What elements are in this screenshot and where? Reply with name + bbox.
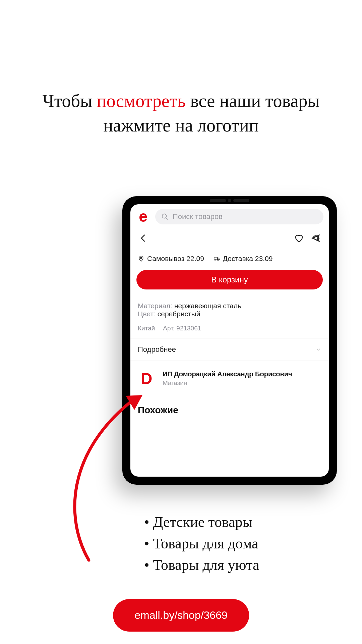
headline-part2: все наши товары (186, 91, 320, 111)
add-to-cart-button[interactable]: В корзину (136, 270, 323, 289)
pickup-info: Самовывоз 22.09 (138, 255, 204, 263)
svg-rect-3 (214, 257, 217, 260)
bullet-item: Детские товары (144, 512, 259, 533)
svg-line-1 (166, 218, 168, 220)
more-row[interactable]: Подробнее (130, 338, 329, 361)
svg-point-5 (218, 260, 219, 261)
country-text: Китай (138, 325, 155, 332)
specs-block: Материал: нержавеющая сталь Цвет: серебр… (130, 295, 329, 321)
headline-line2: нажмите на логотип (103, 115, 258, 136)
seller-logo-icon: D (138, 370, 155, 387)
favorite-button[interactable] (293, 232, 305, 244)
search-placeholder: Поиск товаров (173, 212, 223, 221)
seller-name: ИП Доморацкий Александр Борисович (163, 370, 292, 378)
search-input[interactable]: Поиск товаров (155, 209, 323, 224)
more-label: Подробнее (138, 345, 176, 354)
shipping-info: Доставка 23.09 (214, 255, 273, 263)
material-label: Материал: (138, 302, 172, 310)
article-text: Арт. 9213061 (163, 325, 201, 332)
spec-material: Материал: нержавеющая сталь (138, 302, 321, 310)
truck-icon (214, 255, 220, 262)
bullet-item: Товары для уюта (144, 554, 259, 576)
color-label: Цвет: (138, 310, 156, 318)
seller-sub: Магазин (163, 379, 292, 387)
tablet-notch (210, 199, 249, 202)
shipping-text: Доставка 23.09 (223, 255, 273, 263)
material-value: нержавеющая сталь (172, 302, 241, 310)
app-logo-icon[interactable]: e (136, 209, 150, 224)
url-pill[interactable]: emall.by/shop/3669 (113, 599, 249, 632)
headline: Чтобы посмотреть все наши товары нажмите… (0, 89, 362, 138)
delivery-row: Самовывоз 22.09 Доставка 23.09 (130, 245, 329, 269)
spec-color: Цвет: серебристый (138, 310, 321, 318)
tablet-screen: e Поиск товаров Самовывоз 22.09 (130, 204, 329, 477)
headline-part1: Чтобы (43, 91, 97, 111)
svg-point-4 (215, 260, 216, 261)
svg-point-0 (162, 214, 167, 218)
chevron-left-icon (138, 233, 148, 243)
cta-label: В корзину (211, 275, 248, 284)
url-text: emall.by/shop/3669 (134, 609, 228, 621)
chevron-down-icon (315, 346, 321, 353)
svg-point-2 (140, 257, 142, 259)
bullet-item: Товары для дома (144, 533, 259, 554)
pickup-text: Самовывоз 22.09 (147, 255, 204, 263)
app-topbar: e Поиск товаров (130, 204, 329, 229)
search-icon (161, 213, 169, 220)
meta-row: Китай Арт. 9213061 (130, 321, 329, 338)
color-value: серебристый (156, 310, 200, 318)
back-button[interactable] (138, 232, 149, 244)
pin-icon (138, 255, 144, 262)
heart-icon (294, 233, 304, 243)
nav-row (130, 229, 329, 245)
tablet-mockup: e Поиск товаров Самовывоз 22.09 (122, 196, 337, 485)
seller-row[interactable]: D ИП Доморацкий Александр Борисович Мага… (130, 361, 329, 396)
share-button[interactable] (310, 232, 321, 244)
bullet-list: Детские товары Товары для дома Товары дл… (144, 512, 259, 576)
headline-highlight: посмотреть (97, 91, 186, 111)
similar-heading: Похожие (130, 396, 329, 416)
